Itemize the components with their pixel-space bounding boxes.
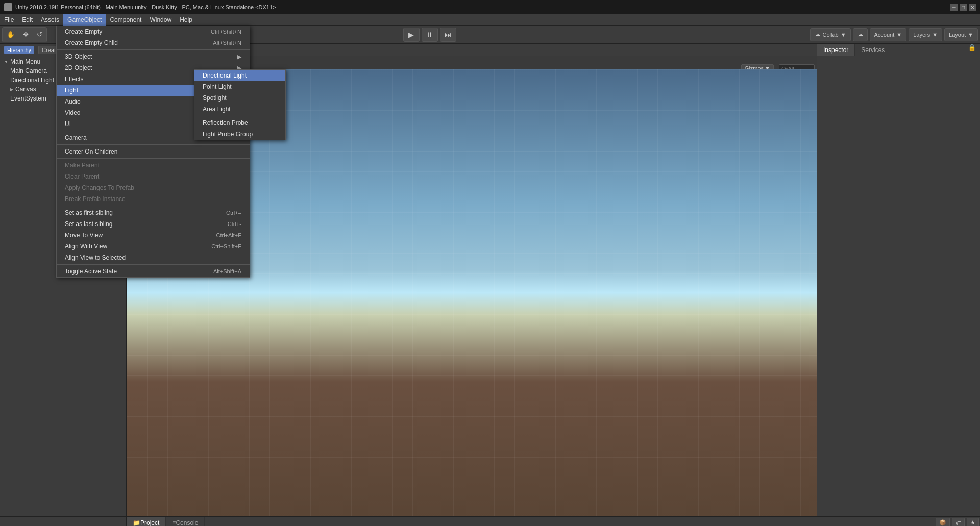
item-label: Spotlight [203,94,227,102]
cloud-button[interactable]: ☁ [853,28,868,41]
item-label: Light Probe Group [203,131,253,138]
menu-item-break-prefab: Break Prefab Instance [57,193,250,205]
tab-inspector[interactable]: Inspector [817,44,855,56]
item-label: Effects [65,76,83,83]
layers-button[interactable]: Layers ▼ [909,28,942,41]
menu-item-center-on-children[interactable]: Center On Children [57,146,250,157]
menu-item-align-with-view[interactable]: Align With View Ctrl+Shift+F [57,241,250,252]
hand-tool-button[interactable]: ✋ [3,28,19,42]
rotate-tool-button[interactable]: ↺ [33,28,46,42]
lock-icon[interactable]: 🔒 [964,44,980,56]
title-bar: Unity 2018.2.19f1 Personal (64bit) - Mai… [0,0,980,14]
item-label: Set as last sibling [65,220,112,228]
item-label: UI [65,120,71,128]
menu-item-first-sibling[interactable]: Set as first sibling Ctrl+= [57,207,250,218]
menu-file[interactable]: File [0,14,18,26]
tab-console[interactable]: ≡ Console [166,517,205,527]
menu-assets[interactable]: Assets [37,14,63,26]
project-filter-button3[interactable]: ★ [967,518,979,527]
inspector-tabs: Inspector Services 🔒 [817,44,980,56]
item-label: Directional Light [10,77,54,84]
maximize-button[interactable]: □ [960,4,967,11]
item-label: Camera [65,134,87,141]
shortcut-label: Ctrl+Shift+F [211,243,241,249]
move-tool-button[interactable]: ✥ [19,28,33,42]
item-label: Make Parent [65,162,100,169]
separator [57,144,250,145]
menu-component[interactable]: Component [106,14,145,26]
submenu-item-point-light[interactable]: Point Light [194,81,285,92]
minimize-button[interactable]: ─ [950,4,958,11]
tab-services[interactable]: Services [855,44,891,56]
collab-label: Collab [822,32,838,38]
folder-small-icon: 📁 [133,519,140,527]
account-arrow-icon: ▼ [896,32,902,38]
submenu-item-directional-light[interactable]: Directional Light [194,70,285,81]
menu-item-toggle-active[interactable]: Toggle Active State Alt+Shift+A [57,266,250,277]
account-button[interactable]: Account ▼ [870,28,907,41]
menu-gameobject[interactable]: GameObject [63,14,106,26]
shortcut-label: Alt+Shift+N [213,40,241,46]
item-label: Move To View [65,232,103,239]
menu-window[interactable]: Window [145,14,176,26]
step-button[interactable]: ⏭ [440,28,456,42]
item-label: Align View to Selected [65,254,126,261]
menu-item-3d-object[interactable]: 3D Object ▶ [57,51,250,62]
item-label: Create Empty [65,28,102,35]
separator [57,49,250,50]
menu-item-create-empty-child[interactable]: Create Empty Child Alt+Shift+N [57,37,250,48]
gameobject-menu: Create Empty Ctrl+Shift+N Create Empty C… [56,26,250,278]
item-label: 3D Object [65,53,92,60]
collab-button[interactable]: ☁ Collab ▼ [810,28,850,41]
item-label: Clear Parent [65,173,99,180]
item-label: Center On Children [65,148,117,155]
submenu-item-area-light[interactable]: Area Light [194,104,285,115]
pause-button[interactable]: ⏸ [422,28,438,42]
menu-item-make-parent: Make Parent [57,160,250,171]
item-label: Main Menu [10,58,40,65]
menu-item-last-sibling[interactable]: Set as last sibling Ctrl+- [57,218,250,230]
project-filter-button1[interactable]: 📦 [936,518,950,527]
expand-icon: ▼ [4,60,8,64]
item-label: Point Light [203,83,232,90]
item-label: Apply Changes To Prefab [65,184,134,191]
menu-help[interactable]: Help [176,14,197,26]
shortcut-label: Ctrl+Alt+F [216,232,241,238]
arrow-icon: ▶ [237,54,241,60]
close-button[interactable]: ✕ [969,4,976,11]
item-label: Set as first sibling [65,209,113,216]
shortcut-label: Ctrl+Shift+N [211,29,241,35]
item-label: Audio [65,98,81,105]
layout-button[interactable]: Layout ▼ [944,28,978,41]
item-label: Create Empty Child [65,39,118,46]
layout-label: Layout [949,32,966,38]
inspector-panel: Inspector Services 🔒 [817,44,980,516]
menu-item-move-to-view[interactable]: Move To View Ctrl+Alt+F [57,230,250,241]
submenu-item-spotlight[interactable]: Spotlight [194,92,285,104]
separator [194,116,285,116]
shortcut-label: Alt+Shift+A [213,268,241,274]
tab-project[interactable]: 📁 Project [127,517,166,527]
hierarchy-tab[interactable]: Hierarchy [4,46,34,54]
item-label: 2D Object [65,64,92,71]
bottom-tab-bar: 📁 Project ≡ Console 📦 🏷 ★ [127,517,980,526]
menu-edit[interactable]: Edit [18,14,37,26]
collab-arrow-icon: ▼ [841,32,846,38]
transform-tools: ✋ ✥ ↺ [2,27,47,42]
play-button[interactable]: ▶ [403,28,420,42]
item-label: Canvas [15,86,36,93]
layers-label: Layers [913,32,930,38]
submenu-item-light-probe-group[interactable]: Light Probe Group [194,129,285,140]
layers-arrow-icon: ▼ [932,32,938,38]
item-label: EventSystem [10,95,46,102]
collab-icon: ☁ [815,31,820,38]
project-filter-button2[interactable]: 🏷 [952,518,965,527]
menu-item-align-view-selected[interactable]: Align View to Selected [57,252,250,263]
menu-item-apply-prefab: Apply Changes To Prefab [57,182,250,193]
window-title: Unity 2018.2.19f1 Personal (64bit) - Mai… [15,4,950,10]
item-label: Light [65,87,78,94]
menu-item-create-empty[interactable]: Create Empty Ctrl+Shift+N [57,26,250,37]
submenu-item-reflection-probe[interactable]: Reflection Probe [194,117,285,129]
light-submenu: Directional Light Point Light Spotlight … [194,69,286,140]
console-icon: ≡ [172,519,176,527]
